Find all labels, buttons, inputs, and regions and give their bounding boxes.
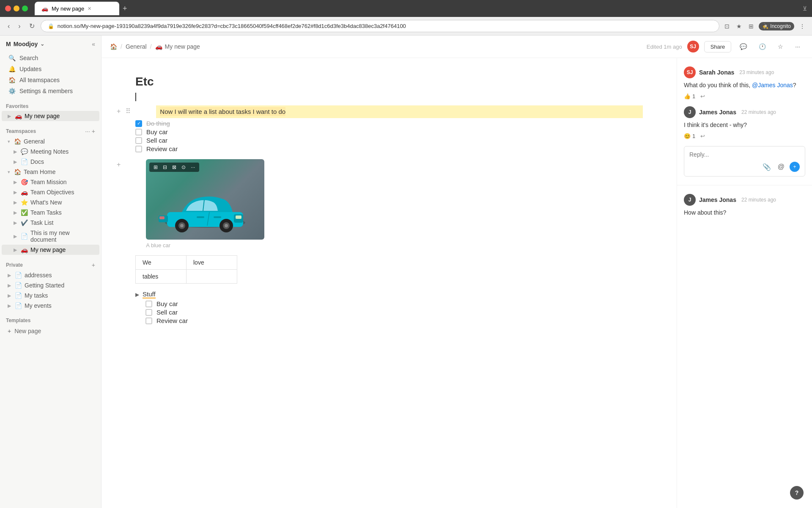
comment-text-after-mention: ? [793, 82, 796, 88]
checkbox-review-car[interactable] [135, 146, 142, 152]
menu-button[interactable]: ⋮ [798, 21, 807, 31]
page-editor[interactable]: Etc + ⠿ Now I will write a list about ta… [102, 58, 677, 508]
favorites-toggle-button[interactable]: ☆ [774, 41, 787, 52]
workspace-name[interactable]: M Moodjoy ⌄ [6, 41, 44, 47]
task-list-chevron-icon: ▶ [14, 220, 17, 226]
extension-button[interactable]: ⊞ [747, 21, 755, 31]
sidebar-item-favorites-my-new-page[interactable]: ▶ 🚗 My new page [2, 111, 99, 121]
teamspaces-more-button[interactable]: ··· [85, 128, 90, 135]
whats-new-chevron-icon: ▶ [14, 200, 17, 205]
image-options-icon[interactable]: ⊙ [181, 164, 186, 170]
share-button[interactable]: Share [704, 41, 732, 52]
add-image-block-button[interactable]: + [115, 160, 122, 169]
new-page-button[interactable]: + New page [2, 325, 99, 337]
history-button[interactable]: 🕐 [755, 41, 769, 52]
page-header-actions: Edited 1m ago SJ Share 💬 🕐 ☆ ··· [647, 41, 804, 52]
drag-block-button[interactable]: ⠿ [124, 106, 132, 116]
docs-chevron-icon: ▶ [14, 159, 17, 165]
reply-input[interactable] [689, 151, 800, 158]
incognito-badge: 🕵 Incognito [759, 22, 794, 30]
active-tab[interactable]: 🚗 My new page ✕ [35, 2, 119, 15]
refresh-button[interactable]: ↻ [27, 20, 37, 32]
image-more-icon[interactable]: ··· [191, 164, 195, 170]
toggle-header[interactable]: ▶ Stuff [135, 290, 643, 298]
toggle-checkbox-label-review-car: Review car [156, 317, 188, 324]
my-page-icon: 🚗 [20, 246, 28, 253]
sidebar-item-getting-started[interactable]: ▶ 📄 Getting Started [2, 280, 99, 290]
sidebar-item-general[interactable]: ▾ 🏠 General [2, 136, 99, 146]
back-button[interactable]: ‹ [5, 21, 12, 32]
sidebar-item-settings[interactable]: ⚙️ Settings & members [2, 86, 99, 97]
sidebar-item-my-new-page[interactable]: ▶ 🚗 My new page [2, 245, 99, 255]
forward-button[interactable]: › [16, 21, 23, 32]
highlighted-paragraph[interactable]: Now I will write a list about tasks I wa… [156, 105, 643, 118]
image-crop-icon[interactable]: ⊠ [172, 164, 176, 170]
sidebar-item-my-new-document[interactable]: ▶ 📄 This is my new document [2, 228, 99, 245]
sidebar-item-my-events[interactable]: ▶ 📄 My events [2, 301, 99, 311]
add-block-button[interactable]: + [115, 107, 122, 116]
reply-attach-button[interactable]: 📎 [761, 162, 773, 172]
more-options-button[interactable]: ··· [792, 41, 804, 52]
sidebar-item-addresses[interactable]: ▶ 📄 addresses [2, 270, 99, 280]
close-button[interactable] [5, 6, 11, 11]
sidebar-item-team-mission[interactable]: ▶ 🎯 Team Mission [2, 177, 99, 187]
new-tab-button[interactable]: + [121, 3, 129, 15]
url-bar[interactable]: 🔒 notion.so/My-new-page-193190a8239a4f9d… [41, 20, 720, 32]
fullscreen-button[interactable] [22, 6, 28, 11]
sidebar-item-team-home[interactable]: ▾ 🏠 Team Home [2, 167, 99, 177]
getting-started-chevron-icon: ▶ [8, 283, 11, 288]
cast-button[interactable]: ⊡ [723, 21, 731, 31]
addresses-chevron-icon: ▶ [8, 273, 11, 278]
svg-point-12 [225, 224, 228, 227]
table-cell-tables[interactable]: tables [136, 270, 187, 284]
private-section: Private + [0, 255, 101, 270]
tab-close-button[interactable]: ✕ [88, 6, 91, 11]
sidebar-item-task-list[interactable]: ▶ ✔️ Task List [2, 218, 99, 228]
reaction-smile[interactable]: 😊 1 [684, 133, 695, 139]
breadcrumb-home[interactable]: 🏠 [110, 43, 117, 50]
reply-mention-button[interactable]: @ [776, 162, 786, 172]
sidebar-item-search[interactable]: 🔍 Search [2, 52, 99, 64]
toggle-checkbox-buy-car[interactable] [145, 301, 152, 307]
image-layout-icon[interactable]: ⊞ [154, 164, 158, 170]
breadcrumb-general[interactable]: General [126, 43, 147, 50]
toggle-checkbox-review-car[interactable] [145, 318, 152, 324]
sidebar-item-updates[interactable]: 🔔 Updates [2, 64, 99, 75]
checkbox-sell-car[interactable] [135, 137, 142, 144]
toggle-checkbox-sell-car[interactable] [145, 309, 152, 316]
team-home-label: Team Home [24, 168, 97, 175]
help-button[interactable]: ? [790, 486, 804, 500]
sidebar-item-whats-new[interactable]: ▶ ⭐ What's New [2, 197, 99, 207]
checkbox-label-buy-car: Buy car [146, 128, 168, 135]
sidebar-item-team-tasks[interactable]: ▶ ✅ Team Tasks [2, 207, 99, 218]
toggle-content: Buy car Sell car Review car [135, 300, 643, 324]
bookmark-button[interactable]: ★ [735, 21, 743, 31]
teamspaces-add-button[interactable]: + [92, 128, 95, 135]
private-add-button[interactable]: + [92, 262, 95, 268]
comments-toggle-button[interactable]: 💬 [736, 41, 750, 52]
breadcrumb-current-page[interactable]: 🚗 My new page [155, 43, 200, 50]
checkbox-buy-car[interactable] [135, 129, 142, 135]
general-label: General [24, 138, 97, 145]
sidebar-toggle-button[interactable]: « [92, 41, 95, 47]
minimize-button[interactable] [14, 6, 19, 11]
reaction-reply-button-2[interactable]: ↩ [700, 133, 705, 139]
image-resize-icon[interactable]: ⊟ [163, 164, 167, 170]
checkbox-do-thing[interactable]: ✓ [135, 120, 142, 127]
reaction-reply-button[interactable]: ↩ [700, 93, 705, 99]
table-cell-we[interactable]: We [136, 256, 187, 270]
sidebar-item-my-tasks[interactable]: ▶ 📄 My tasks [2, 290, 99, 301]
sidebar-item-team-objectives[interactable]: ▶ 🚗 Team Objectives [2, 187, 99, 197]
sidebar-item-docs[interactable]: ▶ 📄 Docs [2, 157, 99, 167]
new-page-label: New page [14, 328, 41, 334]
text-cursor [135, 93, 136, 101]
reaction-thumbsup[interactable]: 👍 1 [684, 93, 695, 99]
table-cell-love[interactable]: love [187, 256, 237, 270]
sidebar-item-meeting-notes[interactable]: ▶ 💬 Meeting Notes [2, 146, 99, 157]
reply-box[interactable]: 📎 @ + [684, 146, 805, 177]
my-page-label: My new page [30, 246, 97, 253]
sidebar-item-all-teamspaces[interactable]: 🏠 All teamspaces [2, 75, 99, 86]
reply-submit-button[interactable]: + [790, 162, 800, 172]
settings-icon: ⚙️ [8, 88, 16, 94]
table-cell-empty[interactable] [187, 270, 237, 284]
